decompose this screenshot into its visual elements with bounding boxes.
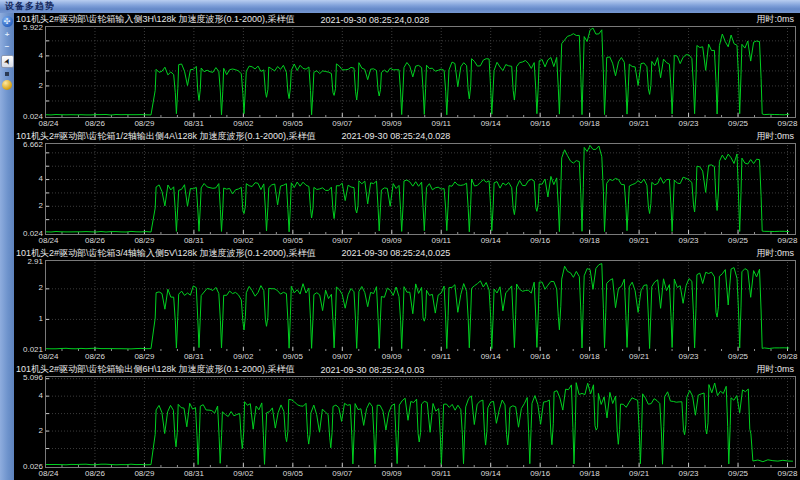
trend-plot[interactable] <box>45 26 796 118</box>
y-axis-label: 2 <box>39 82 43 90</box>
x-axis-label: 08/29 <box>134 236 154 245</box>
x-axis-label: 08/26 <box>85 119 105 128</box>
x-axis: 08/2408/2608/2908/3109/0209/0509/0709/09… <box>45 118 796 130</box>
x-axis-label: 09/18 <box>580 352 600 361</box>
x-axis-label: 08/24 <box>38 352 58 361</box>
x-axis-label: 09/07 <box>332 469 352 478</box>
x-axis-label: 09/16 <box>530 236 550 245</box>
x-axis-label: 08/26 <box>85 236 105 245</box>
chart-stack: 101机头2#驱动部\齿轮箱输入侧3H\128k 加速度波形(0.1-2000)… <box>14 13 800 480</box>
y-axis-label: 4 <box>39 52 43 60</box>
sample-timestamp: 2021-09-30 08:25:24,0.028 <box>321 15 430 25</box>
y-axis-label: 5.096 <box>23 374 43 382</box>
x-axis-label: 09/25 <box>728 119 748 128</box>
x-axis-label: 08/24 <box>38 119 58 128</box>
x-axis-label: 09/23 <box>679 119 699 128</box>
elapsed-label: 用时:0ms <box>756 130 794 143</box>
x-axis-label: 09/28 <box>777 236 797 245</box>
x-axis-label: 09/14 <box>481 119 501 128</box>
cursor-tool-icon[interactable]: ➤ <box>1 55 14 68</box>
x-axis-label: 09/07 <box>332 352 352 361</box>
x-axis-label: 08/29 <box>134 352 154 361</box>
x-axis-label: 09/16 <box>530 469 550 478</box>
main-area: ✣ + − ➤ 101机头2#驱动部\齿轮箱输入侧3H\128k 加速度波形(0… <box>0 13 800 480</box>
y-axis: 5.922240.024 <box>14 26 45 118</box>
x-axis-label: 09/07 <box>332 236 352 245</box>
y-axis-label: 6.662 <box>23 141 43 149</box>
x-axis: 08/2408/2608/2908/3109/0209/0509/0709/09… <box>45 235 796 247</box>
x-axis-label: 09/09 <box>382 119 402 128</box>
y-axis: 6.662240.024 <box>14 143 45 235</box>
x-axis-label: 09/02 <box>233 236 253 245</box>
app-window: 设备多趋势 ✣ + − ➤ 101机头2#驱动部\齿轮箱输入侧3H\128k 加… <box>0 0 800 480</box>
tool-strip: ✣ + − ➤ <box>0 13 14 480</box>
y-axis: 5.096240.026 <box>14 376 45 468</box>
trend-plot[interactable] <box>45 376 796 468</box>
trend-plot[interactable] <box>45 260 796 352</box>
x-axis-label: 09/02 <box>233 119 253 128</box>
channel-title: 101机头2#驱动部\齿轮箱3/4轴输入侧5V\128k 加速度波形(0.1-2… <box>16 247 316 260</box>
window-title: 设备多趋势 <box>5 0 55 13</box>
trend-panel-4: 101机头2#驱动部\齿轮箱输出侧6H\128k 加速度波形(0.1-2000)… <box>14 363 800 480</box>
x-axis-label: 09/05 <box>283 119 303 128</box>
x-axis-label: 09/16 <box>530 352 550 361</box>
x-axis-label: 09/28 <box>777 352 797 361</box>
navigate-icon[interactable]: ✣ <box>2 16 13 27</box>
y-axis-label: 4 <box>39 175 43 183</box>
y-axis-label: 2.91 <box>27 258 43 266</box>
x-axis-label: 09/23 <box>679 236 699 245</box>
x-axis-label: 08/26 <box>85 469 105 478</box>
y-axis: 2.91120.021 <box>14 260 45 352</box>
channel-title: 101机头2#驱动部\齿轮箱输出侧6H\128k 加速度波形(0.1-2000)… <box>16 363 295 376</box>
x-axis-label: 09/14 <box>481 352 501 361</box>
sphere-icon[interactable] <box>2 80 12 90</box>
x-axis-label: 08/29 <box>134 119 154 128</box>
x-axis-label: 09/11 <box>432 119 451 128</box>
y-axis-label: 5.922 <box>23 24 43 32</box>
x-axis-label: 09/14 <box>481 236 501 245</box>
x-axis-label: 08/26 <box>85 352 105 361</box>
elapsed-label: 用时:0ms <box>756 13 794 26</box>
y-axis-label: 4 <box>39 392 43 400</box>
x-axis-label: 09/23 <box>679 469 699 478</box>
title-bar[interactable]: 设备多趋势 <box>0 0 800 13</box>
x-axis-label: 09/14 <box>481 469 501 478</box>
marker-icon[interactable] <box>5 72 9 76</box>
x-axis: 08/2408/2608/2908/3109/0209/0509/0709/09… <box>45 468 796 480</box>
x-axis-label: 09/11 <box>432 352 451 361</box>
zoom-in-icon[interactable]: + <box>3 31 12 39</box>
x-axis-label: 09/05 <box>283 236 303 245</box>
x-axis-label: 09/28 <box>777 119 797 128</box>
sample-timestamp: 2021-09-30 08:25:24,0.025 <box>342 248 451 258</box>
x-axis-label: 08/31 <box>184 119 204 128</box>
x-axis-label: 09/21 <box>629 119 649 128</box>
x-axis-label: 09/25 <box>728 236 748 245</box>
y-axis-label: 1 <box>39 315 43 323</box>
x-axis-label: 09/28 <box>777 469 797 478</box>
channel-title: 101机头2#驱动部\齿轮箱输入侧3H\128k 加速度波形(0.1-2000)… <box>16 13 295 26</box>
x-axis-label: 09/25 <box>728 469 748 478</box>
x-axis-label: 09/25 <box>728 352 748 361</box>
x-axis-label: 08/31 <box>184 236 204 245</box>
x-axis-label: 09/07 <box>332 119 352 128</box>
x-axis-label: 09/09 <box>382 469 402 478</box>
sample-timestamp: 2021-09-30 08:25:24,0.028 <box>342 131 451 141</box>
x-axis-label: 09/05 <box>283 352 303 361</box>
trend-panel-2: 101机头2#驱动部\齿轮箱1/2轴输出侧4A\128k 加速度波形(0.1-2… <box>14 130 800 247</box>
zoom-out-icon[interactable]: − <box>3 43 12 51</box>
x-axis-label: 08/24 <box>38 469 58 478</box>
x-axis-label: 09/21 <box>629 352 649 361</box>
x-axis-label: 09/18 <box>580 119 600 128</box>
trend-plot[interactable] <box>45 143 796 235</box>
sample-timestamp: 2021-09-30 08:25:24,0.03 <box>321 365 425 375</box>
x-axis-label: 09/18 <box>580 236 600 245</box>
channel-title: 101机头2#驱动部\齿轮箱1/2轴输出侧4A\128k 加速度波形(0.1-2… <box>16 130 316 143</box>
elapsed-label: 用时:0ms <box>756 363 794 376</box>
x-axis-label: 08/24 <box>38 236 58 245</box>
x-axis-label: 09/23 <box>679 352 699 361</box>
x-axis-label: 09/11 <box>432 236 451 245</box>
x-axis-label: 09/02 <box>233 352 253 361</box>
x-axis-label: 08/29 <box>134 469 154 478</box>
x-axis-label: 09/18 <box>580 469 600 478</box>
elapsed-label: 用时:0ms <box>756 247 794 260</box>
